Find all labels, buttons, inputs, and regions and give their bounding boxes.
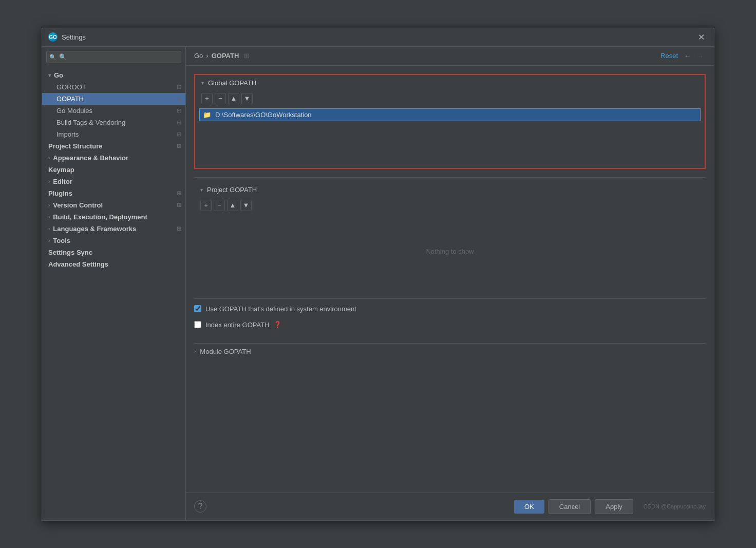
- sidebar-item-label: GOPATH: [56, 95, 84, 103]
- collapse-icon: ▾: [201, 80, 204, 86]
- sidebar-item-go[interactable]: ▾ Go: [42, 69, 185, 81]
- chevron-down-icon: ▾: [48, 72, 51, 78]
- sidebar-item-editor[interactable]: › Editor: [42, 176, 185, 187]
- watermark: CSDN @Cappuccino-jay: [644, 503, 706, 509]
- sidebar-item-imports[interactable]: Imports ⊞: [42, 128, 185, 140]
- chevron-right-icon: ›: [48, 238, 50, 243]
- breadcrumb-separator: ›: [206, 52, 208, 60]
- add-button[interactable]: +: [201, 93, 213, 104]
- sidebar: 🔍 ▾ Go GOROOT ⊞ GOPATH ⊞ Go Modul: [42, 47, 186, 520]
- help-button[interactable]: ?: [194, 500, 206, 513]
- project-gopath-empty: Nothing to show: [194, 213, 706, 290]
- sidebar-item-tools[interactable]: › Tools: [42, 235, 185, 247]
- search-input[interactable]: [46, 51, 181, 63]
- title-bar: GO Settings ✕: [42, 28, 714, 47]
- sidebar-item-settings-sync[interactable]: Settings Sync: [42, 247, 185, 258]
- use-gopath-checkbox[interactable]: [194, 305, 201, 312]
- window-title: Settings: [62, 33, 695, 41]
- search-icon: 🔍: [49, 53, 56, 60]
- close-button[interactable]: ✕: [695, 31, 708, 43]
- help-icon[interactable]: ❓: [274, 321, 281, 328]
- cancel-button[interactable]: Cancel: [549, 499, 591, 514]
- global-gopath-panel: ▾ Global GOPATH + − ▲ ▼ 📁 D:\Softwares\G…: [194, 74, 706, 169]
- global-gopath-toolbar: + − ▲ ▼: [195, 91, 705, 106]
- breadcrumb-current: GOPATH: [212, 52, 239, 60]
- sidebar-item-keymap[interactable]: Keymap: [42, 164, 185, 176]
- main-layout: 🔍 ▾ Go GOROOT ⊞ GOPATH ⊞ Go Modul: [42, 47, 714, 520]
- ok-button[interactable]: OK: [514, 500, 544, 514]
- module-gopath-label: Module GOPATH: [200, 348, 251, 355]
- move-down-button[interactable]: ▼: [241, 93, 253, 104]
- gopath-entry: D:\Softwares\GO\GoWorkstation: [215, 111, 312, 119]
- search-box[interactable]: 🔍: [46, 51, 181, 63]
- sidebar-item-label: Build, Execution, Deployment: [53, 213, 147, 221]
- sidebar-item-go-modules[interactable]: Go Modules ⊞: [42, 105, 185, 117]
- move-up-button[interactable]: ▲: [227, 200, 238, 211]
- index-gopath-row: Index entire GOPATH ❓: [194, 319, 706, 331]
- sidebar-item-label: Plugins: [48, 190, 72, 197]
- settings-icon: ⊞: [177, 84, 181, 90]
- project-gopath-panel: ▾ Project GOPATH + − ▲ ▼ Nothing to show: [194, 177, 706, 290]
- settings-icon: ⊞: [177, 107, 181, 114]
- sidebar-item-label: Go Modules: [56, 107, 92, 115]
- sidebar-item-label: Languages & Frameworks: [53, 225, 136, 233]
- chevron-right-icon: ›: [48, 202, 50, 208]
- sidebar-item-label: Keymap: [48, 166, 74, 174]
- breadcrumb-icon: ⊞: [244, 52, 250, 60]
- reset-button[interactable]: Reset: [660, 52, 678, 60]
- sidebar-item-plugins[interactable]: Plugins ⊞: [42, 187, 185, 199]
- index-gopath-checkbox[interactable]: [194, 321, 201, 328]
- sidebar-item-label: Appearance & Behavior: [53, 154, 128, 162]
- settings-icon: ⊞: [177, 96, 181, 102]
- footer-buttons: OK Cancel Apply CSDN @Cappuccino-jay: [514, 499, 706, 514]
- module-gopath-row[interactable]: › Module GOPATH: [194, 343, 706, 357]
- sidebar-item-label: GOROOT: [56, 83, 86, 91]
- app-icon: GO: [48, 32, 58, 42]
- project-gopath-toolbar: + − ▲ ▼: [194, 198, 706, 213]
- sidebar-item-gopath[interactable]: GOPATH ⊞: [42, 93, 185, 105]
- use-gopath-label: Use GOPATH that's defined in system envi…: [205, 305, 356, 313]
- sidebar-item-label: Imports: [56, 130, 79, 138]
- apply-button[interactable]: Apply: [595, 499, 633, 514]
- sidebar-item-build-execution[interactable]: › Build, Execution, Deployment: [42, 211, 185, 223]
- folder-icon: 📁: [203, 111, 211, 119]
- global-gopath-list: 📁 D:\Softwares\GO\GoWorkstation: [195, 106, 705, 137]
- sidebar-item-appearance[interactable]: › Appearance & Behavior: [42, 152, 185, 164]
- settings-dialog: GO Settings ✕ 🔍 ▾ Go GOROOT ⊞: [42, 28, 714, 521]
- sidebar-item-label: Project Structure: [48, 142, 102, 150]
- global-gopath-header[interactable]: ▾ Global GOPATH: [195, 75, 705, 91]
- move-up-button[interactable]: ▲: [228, 93, 239, 104]
- sidebar-item-label: Settings Sync: [48, 249, 92, 256]
- settings-icon: ⊞: [177, 131, 181, 138]
- sidebar-item-build-tags[interactable]: Build Tags & Vendoring ⊞: [42, 117, 185, 128]
- main-content: Go › GOPATH ⊞ Reset ← →: [186, 47, 714, 520]
- remove-button[interactable]: −: [215, 93, 226, 104]
- chevron-right-icon: ›: [48, 214, 50, 220]
- list-item[interactable]: 📁 D:\Softwares\GO\GoWorkstation: [199, 108, 701, 121]
- back-arrow[interactable]: ←: [682, 51, 693, 61]
- settings-icon: ⊞: [177, 225, 181, 232]
- remove-button[interactable]: −: [214, 200, 225, 211]
- sidebar-item-languages[interactable]: › Languages & Frameworks ⊞: [42, 223, 185, 235]
- sidebar-item-project-structure[interactable]: Project Structure ⊞: [42, 140, 185, 152]
- chevron-right-icon: ›: [48, 226, 50, 232]
- sidebar-item-goroot[interactable]: GOROOT ⊞: [42, 81, 185, 93]
- breadcrumb: Go › GOPATH ⊞: [194, 52, 250, 60]
- chevron-right-icon: ›: [48, 155, 50, 161]
- sidebar-item-label: Editor: [53, 178, 72, 185]
- move-down-button[interactable]: ▼: [240, 200, 252, 211]
- add-button[interactable]: +: [200, 200, 212, 211]
- sidebar-item-advanced-settings[interactable]: Advanced Settings: [42, 258, 185, 270]
- sidebar-item-version-control[interactable]: › Version Control ⊞: [42, 199, 185, 211]
- settings-icon: ⊞: [177, 202, 181, 209]
- sidebar-item-label: Go: [54, 71, 63, 79]
- project-gopath-header[interactable]: ▾ Project GOPATH: [194, 182, 706, 198]
- sidebar-item-label: Advanced Settings: [48, 260, 108, 268]
- sidebar-item-label: Tools: [53, 237, 70, 244]
- breadcrumb-bar: Go › GOPATH ⊞ Reset ← →: [186, 47, 714, 66]
- sidebar-item-label: Version Control: [53, 201, 103, 209]
- forward-arrow[interactable]: →: [694, 51, 706, 61]
- index-gopath-label: Index entire GOPATH: [205, 321, 270, 329]
- breadcrumb-actions: Reset ← →: [660, 51, 706, 61]
- global-gopath-title: Global GOPATH: [208, 79, 256, 87]
